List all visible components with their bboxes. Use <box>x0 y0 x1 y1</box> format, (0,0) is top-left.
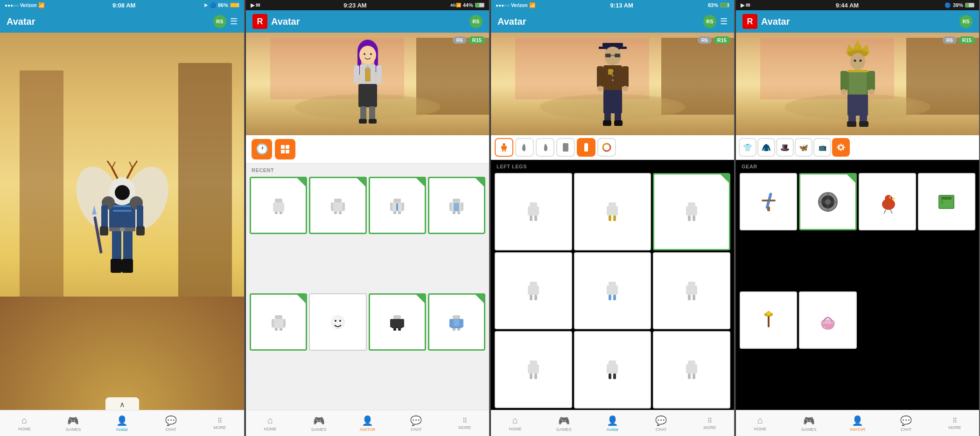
chat-label-1: CHAT <box>165 427 176 432</box>
battery-fill-3 <box>721 3 728 7</box>
tab-face-4[interactable]: 📺 <box>813 138 831 157</box>
mail-icon-2: ✉ <box>256 2 260 8</box>
menu-icon-3[interactable]: ☰ <box>720 16 728 27</box>
tab-right-arm-3[interactable] <box>536 138 554 157</box>
svg-rect-112 <box>603 120 611 126</box>
item-cell-3-5[interactable] <box>653 252 730 330</box>
nav-avatar-3[interactable]: 👤 Avatar <box>588 415 637 432</box>
nav-home-3[interactable]: ⌂ HOME <box>491 415 539 431</box>
nav-avatar-4[interactable]: 👤 AVATAR <box>833 415 882 432</box>
carrier-3: ●●●○○ Verizon <box>496 3 528 8</box>
tab-shirt-4[interactable]: 👕 <box>739 138 756 157</box>
nav-avatar-2[interactable]: 👤 AVATAR <box>343 415 392 432</box>
svg-point-164 <box>854 60 856 62</box>
item-cell-3-4[interactable] <box>574 252 651 330</box>
tab-hat-4[interactable]: 🎩 <box>776 138 794 157</box>
item-cell-4-1[interactable] <box>799 173 856 230</box>
svg-line-21 <box>107 161 112 168</box>
tab-torso-3[interactable] <box>556 138 575 157</box>
item-cell-2-5[interactable] <box>309 293 366 351</box>
tab-coat-4[interactable]: 🧥 <box>757 138 775 157</box>
avatar-preview-2: R6 R15 <box>246 33 489 135</box>
nav-more-2[interactable]: ⠿ MORE <box>441 417 489 430</box>
item-cell-3-2[interactable] <box>653 173 730 250</box>
item-cell-3-3[interactable] <box>495 252 572 330</box>
item-cell-2-1[interactable] <box>309 177 366 234</box>
r6-badge-3[interactable]: R6 <box>698 36 712 44</box>
category-tabs-4: 👕 🧥 🎩 🦋 📺 <box>736 135 979 160</box>
svg-rect-71 <box>457 212 460 214</box>
nav-games-1[interactable]: 🎮 GAMES <box>49 415 98 432</box>
tab-left-arm-3[interactable] <box>515 138 534 157</box>
r6-badge-2[interactable]: R6 <box>453 36 467 44</box>
item-cell-4-5[interactable] <box>799 291 856 349</box>
games-icon-3: 🎮 <box>558 415 570 426</box>
item-cell-3-6[interactable] <box>495 331 572 408</box>
rs-badge-2[interactable]: RS <box>469 15 483 28</box>
item-cell-2-2[interactable] <box>369 177 426 234</box>
item-cell-2-4[interactable] <box>250 293 307 351</box>
item-cell-3-8[interactable] <box>653 331 730 408</box>
nav-chat-1[interactable]: 💬 CHAT <box>147 415 196 432</box>
r15-badge-2[interactable]: R15 <box>469 36 485 44</box>
item-cell-3-7[interactable] <box>574 331 651 408</box>
tab-category-2[interactable] <box>275 139 295 159</box>
item-icon-2-0 <box>269 196 288 215</box>
nav-games-2[interactable]: 🎮 GAMES <box>294 415 343 432</box>
header-1: Avatar RS ☰ <box>0 10 244 33</box>
item-cell-4-2[interactable] <box>859 173 916 230</box>
nav-more-1[interactable]: ⠿ MORE <box>195 417 244 430</box>
rs-badge-1[interactable]: RS <box>213 15 226 28</box>
svg-rect-117 <box>501 146 503 149</box>
svg-rect-176 <box>847 121 856 127</box>
items-grid-2 <box>246 175 489 410</box>
menu-icon-1[interactable]: ☰ <box>230 16 238 27</box>
item-cell-4-4[interactable] <box>740 291 797 349</box>
svg-rect-51 <box>280 212 282 214</box>
nav-home-4[interactable]: ⌂ HOME <box>736 415 784 431</box>
tab-color-3[interactable] <box>597 138 616 157</box>
tab-recent-2[interactable]: 🕐 <box>252 139 272 159</box>
r15-badge-3[interactable]: R15 <box>714 36 730 44</box>
item-cell-2-6[interactable] <box>369 293 426 351</box>
item-cell-4-3[interactable]: ! <box>918 173 975 230</box>
tab-body-3[interactable] <box>495 138 513 157</box>
item-cell-3-1[interactable] <box>574 173 651 250</box>
r6-badge-4[interactable]: R6 <box>943 36 957 44</box>
item-icon-2-2 <box>388 196 406 215</box>
item-corner-3-2 <box>721 174 729 183</box>
rs-badge-3[interactable]: RS <box>703 15 716 28</box>
tab-wings-4[interactable]: 🦋 <box>795 138 812 157</box>
games-label-3: GAMES <box>556 427 572 432</box>
item-cell-2-0[interactable] <box>250 177 307 234</box>
svg-rect-137 <box>530 282 537 285</box>
nav-chat-2[interactable]: 💬 CHAT <box>392 415 441 432</box>
item-cell-3-0[interactable] <box>495 173 572 250</box>
svg-point-163 <box>850 53 865 70</box>
item-cell-4-0[interactable] <box>740 173 797 230</box>
nav-more-4[interactable]: ⠿ MORE <box>931 417 979 430</box>
r15-badge-4[interactable]: R15 <box>959 36 975 44</box>
chevron-up-1[interactable]: ∧ <box>105 397 139 410</box>
nav-avatar-1[interactable]: 👤 Avatar <box>98 415 147 432</box>
nav-more-3[interactable]: ⠿ MORE <box>686 417 734 430</box>
rs-badge-4[interactable]: RS <box>959 15 973 28</box>
item-cell-2-7[interactable] <box>428 293 485 351</box>
status-left-4: ▶ ✉ <box>741 2 750 8</box>
nav-chat-4[interactable]: 💬 CHAT <box>882 415 931 432</box>
svg-point-104 <box>612 79 614 81</box>
svg-rect-173 <box>847 95 868 116</box>
nav-home-2[interactable]: ⌂ HOME <box>246 415 294 431</box>
nav-games-3[interactable]: 🎮 GAMES <box>539 415 588 432</box>
nav-chat-3[interactable]: 💬 CHAT <box>637 415 686 432</box>
item-cell-2-3[interactable] <box>428 177 485 234</box>
svg-point-189 <box>885 195 892 202</box>
leg-icon-3-3 <box>524 279 543 303</box>
svg-rect-144 <box>613 295 616 300</box>
nav-home-1[interactable]: ⌂ HOME <box>0 415 49 431</box>
tab-gear-4[interactable] <box>832 138 850 157</box>
tab-left-leg-3[interactable] <box>577 138 595 157</box>
bird-icon-4 <box>875 190 899 214</box>
svg-rect-154 <box>607 364 618 374</box>
nav-games-4[interactable]: 🎮 GAMES <box>784 415 833 432</box>
